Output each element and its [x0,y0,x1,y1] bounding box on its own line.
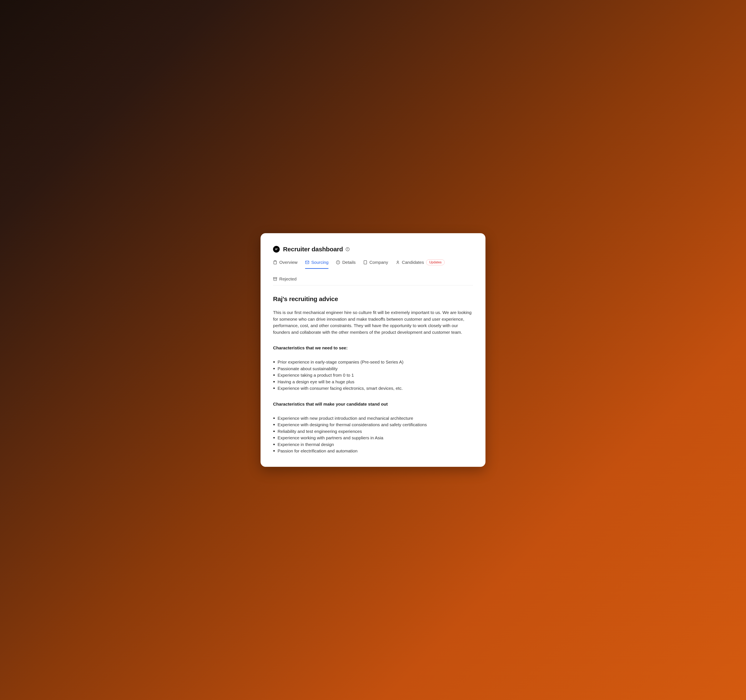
svg-rect-10 [364,261,367,264]
tab-badge: Updates [426,260,445,265]
clipboard-icon [273,260,277,264]
tabs: OverviewSourcingDetailsCompanyCandidates… [273,260,473,285]
list-item: Experience working with partners and sup… [273,434,473,441]
bullet-list: Experience with new product introduction… [273,415,473,454]
list-item: Experience with new product introduction… [273,415,473,422]
list-item-text: Experience with new product introduction… [278,415,413,422]
list-item-text: Experience with designing for thermal co… [278,421,427,428]
content-heading: Raj's recruiting advice [273,296,473,302]
list-item-text: Experience with consumer facing electron… [278,385,403,392]
list-item-text: Passionate about sustainability [278,365,338,372]
tab-overview[interactable]: Overview [273,260,298,269]
list-item: Having a design eye will be a huge plus [273,379,473,385]
list-item: Experience in thermal design [273,441,473,448]
list-item-text: Having a design eye will be a huge plus [278,379,355,385]
info-icon[interactable] [346,247,350,251]
list-item: Passion for electrification and automati… [273,448,473,454]
list-item-text: Prior experience in early-stage companie… [278,359,404,365]
tab-label: Rejected [279,276,296,281]
section-heading: Characteristics that we need to see: [273,345,473,350]
logo-icon [273,246,280,252]
list-item: Experience with designing for thermal co… [273,421,473,428]
dashboard-card: Recruiter dashboard OverviewSourcingDeta… [260,233,486,467]
list-item-text: Passion for electrification and automati… [278,448,358,454]
section-heading: Characteristics that will make your cand… [273,402,473,407]
svg-rect-18 [274,278,277,278]
svg-rect-5 [274,261,276,261]
header: Recruiter dashboard [273,246,473,253]
tab-label: Overview [279,260,298,265]
list-item: Experience taking a product from 0 to 1 [273,372,473,379]
tab-label: Candidates [402,260,424,265]
svg-rect-6 [305,261,309,264]
list-item-text: Reliability and test engineering experie… [278,428,362,435]
list-item: Prior experience in early-stage companie… [273,359,473,365]
svg-point-9 [338,261,338,262]
info-icon [336,260,340,264]
tab-sourcing[interactable]: Sourcing [305,260,329,269]
tab-label: Company [370,260,388,265]
svg-point-4 [347,248,348,249]
list-item-text: Experience taking a product from 0 to 1 [278,372,354,379]
intro-text: This is our first mechanical engineer hi… [273,309,473,335]
tab-label: Sourcing [311,260,329,265]
list-item-text: Experience working with partners and sup… [278,434,384,441]
page-title: Recruiter dashboard [283,246,343,253]
svg-point-17 [397,261,399,263]
list-item: Passionate about sustainability [273,365,473,372]
building-icon [363,260,367,264]
archive-icon [273,277,277,281]
list-item: Experience with consumer facing electron… [273,385,473,392]
tab-label: Details [342,260,355,265]
tab-details[interactable]: Details [336,260,355,269]
list-item-text: Experience in thermal design [278,441,334,448]
user-icon [396,260,400,264]
tab-candidates[interactable]: CandidatesUpdates [396,260,445,269]
list-item: Reliability and test engineering experie… [273,428,473,435]
content: Raj's recruiting advice This is our firs… [273,296,473,454]
bullet-list: Prior experience in early-stage companie… [273,359,473,392]
mail-icon [305,260,309,264]
sections: Characteristics that we need to see:Prio… [273,345,473,454]
tab-company[interactable]: Company [363,260,388,269]
tab-rejected[interactable]: Rejected [273,276,296,285]
